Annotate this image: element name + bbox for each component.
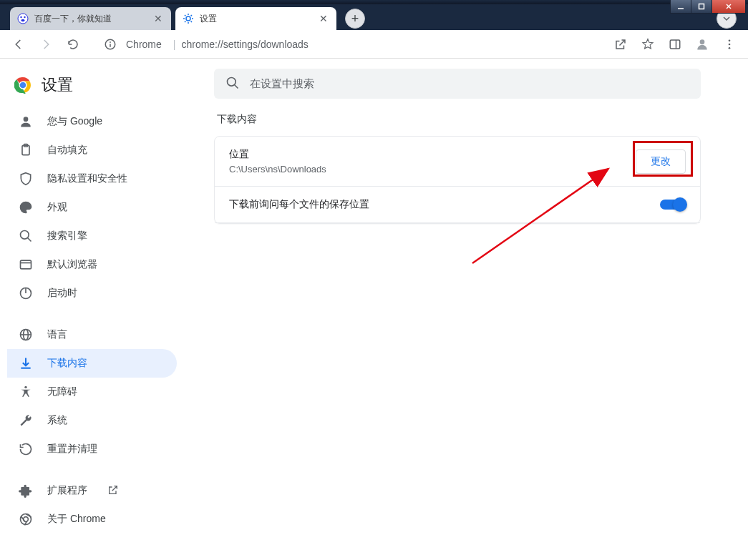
sidebar-item-label: 下载内容 [47,357,87,370]
tab-close-icon[interactable]: ✕ [152,13,164,24]
settings-main: 在设置中搜索 下载内容 位置 C:\Users\ns\Downloads 更改 … [183,59,748,560]
svg-point-4 [18,14,28,24]
sidebar-item-accessibility[interactable]: 无障碍 [7,378,177,406]
search-placeholder: 在设置中搜索 [250,77,314,91]
bookmark-button[interactable] [636,33,659,56]
sidebar-item-default-browser[interactable]: 默认浏览器 [7,250,177,279]
svg-point-15 [729,39,731,41]
settings-sidebar: 设置 您与 Google 自动填充 隐私设置和安全性 外观 搜索引擎 默认浏览器… [0,59,183,560]
sidebar-item-label: 重置并清理 [47,443,97,456]
sidebar-item-extensions[interactable]: 扩展程序 [7,476,177,505]
sidebar-item-label: 自动填充 [47,144,87,157]
sidebar-item-downloads[interactable]: 下载内容 [7,349,177,378]
sidebar-item-label: 隐私设置和安全性 [47,172,127,185]
svg-line-42 [235,84,238,88]
nav-section-3: 扩展程序 关于 Chrome [7,476,177,534]
window-titlebar [0,0,748,4]
tab-strip: 百度一下，你就知道 ✕ 设置 ✕ + [0,4,748,30]
browser-icon [19,257,33,272]
svg-point-35 [24,386,26,388]
settings-search[interactable]: 在设置中搜索 [214,69,701,99]
tab-close-icon[interactable]: ✕ [318,13,329,24]
download-icon [19,356,33,370]
sidebar-item-system[interactable]: 系统 [7,406,177,435]
svg-rect-1 [699,4,704,9]
sidebar-item-you-and-google[interactable]: 您与 Google [7,107,177,136]
sidebar-item-autofill[interactable]: 自动填充 [7,136,177,164]
sidebar-item-label: 搜索引擎 [47,230,87,242]
svg-line-25 [28,238,31,242]
svg-point-14 [700,39,705,44]
tab-title: 设置 [200,13,217,25]
new-tab-button[interactable]: + [345,9,365,29]
sidebar-item-reset[interactable]: 重置并清理 [7,435,177,463]
svg-rect-12 [670,40,680,49]
svg-point-10 [110,41,111,43]
svg-point-24 [21,231,29,240]
sidebar-item-label: 扩展程序 [47,484,87,497]
page-title: 设置 [42,74,73,96]
gear-favicon-icon [183,13,194,24]
reload-button[interactable] [62,33,84,56]
svg-point-8 [186,16,190,21]
sidebar-item-appearance[interactable]: 外观 [7,193,177,222]
window-close-button[interactable] [711,0,746,14]
wrench-icon [19,413,33,428]
side-panel-button[interactable] [664,33,686,56]
location-value: C:\Users\ns\Downloads [229,164,636,175]
tab-title: 百度一下，你就知道 [34,13,112,25]
location-label: 位置 [229,148,636,161]
sidebar-item-languages[interactable]: 语言 [7,320,177,349]
url-path: chrome://settings/downloads [181,39,308,50]
palette-icon [19,200,33,215]
chrome-outline-icon [19,512,33,526]
sidebar-item-label: 默认浏览器 [47,258,97,271]
browser-toolbar: Chrome | chrome://settings/downloads [0,30,748,59]
restore-icon [19,442,33,456]
sidebar-header: 设置 [7,72,177,107]
svg-point-20 [20,82,26,89]
svg-rect-11 [110,44,111,47]
sidebar-item-label: 关于 Chrome [47,513,106,526]
sidebar-item-about-chrome[interactable]: 关于 Chrome [7,505,177,534]
sidebar-item-privacy[interactable]: 隐私设置和安全性 [7,164,177,193]
svg-point-41 [228,77,236,86]
window-minimize-button[interactable] [670,0,691,14]
svg-point-7 [21,19,25,22]
share-button[interactable] [609,33,632,56]
tab-settings[interactable]: 设置 ✕ [175,7,336,30]
tab-baidu[interactable]: 百度一下，你就知道 ✕ [10,7,171,30]
search-icon [19,229,33,243]
svg-point-5 [20,16,21,18]
profile-button[interactable] [691,33,714,56]
ask-before-toggle[interactable] [660,200,686,210]
search-icon [225,76,240,92]
window-maximize-button[interactable] [691,0,712,14]
origin-label: Chrome [126,39,162,50]
site-info-icon[interactable] [99,33,122,56]
download-location-row: 位置 C:\Users\ns\Downloads 更改 [215,137,700,187]
sidebar-item-label: 您与 Google [47,115,102,128]
back-button[interactable] [7,33,30,56]
svg-rect-26 [21,260,31,269]
sidebar-item-label: 系统 [47,414,67,427]
nav-section-2: 语言 下载内容 无障碍 系统 重置并清理 [7,320,177,463]
power-icon [19,286,33,300]
forward-button[interactable] [34,33,57,56]
person-icon [19,114,33,129]
sidebar-item-on-startup[interactable]: 启动时 [7,279,177,308]
baidu-favicon-icon [17,13,29,24]
menu-button[interactable] [718,33,741,56]
change-location-button[interactable]: 更改 [636,149,686,174]
ask-before-label: 下载前询问每个文件的保存位置 [229,198,660,211]
section-title: 下载内容 [217,113,705,126]
nav-section-1: 您与 Google 自动填充 隐私设置和安全性 外观 搜索引擎 默认浏览器 启动… [7,107,177,308]
sidebar-item-label: 外观 [47,201,67,214]
sidebar-item-label: 无障碍 [47,385,77,398]
address-bar[interactable]: Chrome | chrome://settings/downloads [126,34,605,55]
clipboard-icon [19,143,33,157]
accessibility-icon [19,385,33,399]
svg-point-6 [24,16,25,18]
downloads-card: 位置 C:\Users\ns\Downloads 更改 下载前询问每个文件的保存… [214,136,701,224]
sidebar-item-search-engine[interactable]: 搜索引擎 [7,222,177,250]
